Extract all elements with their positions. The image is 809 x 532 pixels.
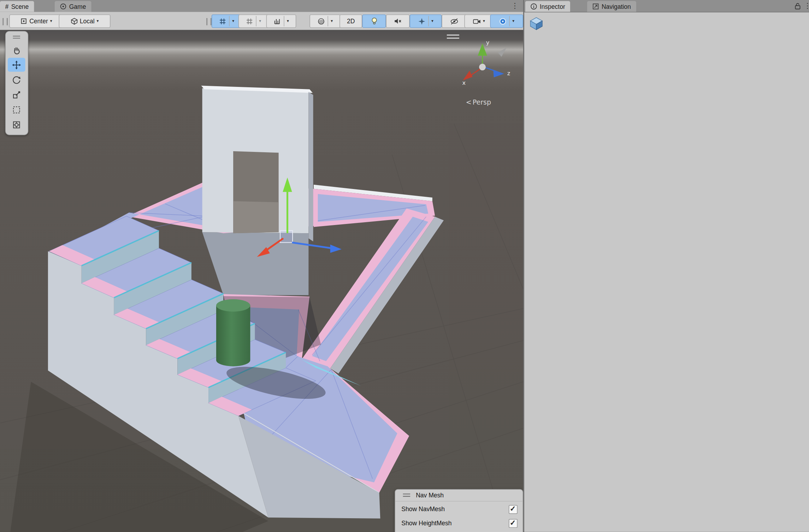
tab-game[interactable]: Game — [55, 1, 91, 12]
axis-y-cone[interactable] — [478, 43, 487, 56]
toolbar-drag-handle[interactable] — [2, 18, 8, 25]
unity-editor: # Scene Game ⋮ Center ▾ — [0, 0, 809, 532]
chevron-down-icon: ▾ — [483, 19, 485, 23]
tools-overlay — [5, 31, 29, 135]
divider — [509, 16, 509, 26]
navmesh-display-overlay: Nav Mesh Show NavMesh Show HeightMesh — [395, 489, 523, 532]
divider — [327, 16, 328, 26]
toolbar-drag-handle-2[interactable] — [206, 18, 212, 25]
info-icon — [530, 3, 537, 10]
axis-x-label: x — [462, 79, 466, 86]
inspector-tabbar: Inspector Navigation ⋮ — [524, 0, 809, 12]
move-tool[interactable] — [8, 58, 25, 72]
2d-label: 2D — [347, 18, 355, 25]
overlay-handle-icon — [402, 493, 411, 497]
show-heightmesh-label: Show HeightMesh — [401, 520, 451, 527]
scene-audio-button[interactable] — [386, 14, 409, 28]
transform-icon — [12, 120, 21, 129]
navmesh-overlay-header[interactable]: Nav Mesh — [395, 490, 523, 502]
tab-inspector-label: Inspector — [540, 3, 565, 10]
shaded-sphere-icon — [317, 17, 325, 25]
scene-grid-icon: # — [5, 3, 9, 10]
ramp-navmesh — [302, 208, 444, 373]
chevron-down-icon: ▾ — [331, 19, 333, 23]
grid-icon — [219, 17, 226, 25]
move-icon — [12, 60, 21, 69]
gizmos-dropdown[interactable]: ▾ — [490, 14, 523, 28]
axis-z-label: z — [507, 70, 510, 77]
chevron-down-icon: ▾ — [232, 19, 234, 23]
chevron-down-icon: ▾ — [259, 19, 261, 23]
eye-slash-icon — [450, 17, 459, 25]
tab-navigation[interactable]: Navigation — [587, 1, 636, 12]
divider — [256, 16, 256, 26]
tab-scene-label: Scene — [11, 3, 29, 10]
navmesh-overlay-title: Nav Mesh — [416, 492, 444, 499]
rotation-local-label: Local — [80, 18, 95, 25]
rotation-local-dropdown[interactable]: Local ▾ — [59, 14, 110, 28]
divider — [229, 16, 229, 26]
divider — [428, 16, 429, 26]
pivot-icon — [20, 18, 27, 25]
model-cube-icon — [529, 17, 543, 30]
chevron-down-icon: ▾ — [512, 19, 514, 23]
scene-camera-dropdown[interactable]: ▾ — [464, 14, 493, 28]
game-icon — [60, 3, 66, 10]
effects-dropdown[interactable]: ▾ — [410, 14, 442, 28]
scene-visibility-button[interactable] — [442, 14, 466, 28]
axis-z-cone[interactable] — [493, 70, 504, 77]
show-navmesh-checkbox[interactable] — [509, 505, 518, 514]
chevron-down-icon: ▾ — [50, 19, 52, 23]
persp-chevron-icon[interactable]: < — [466, 98, 472, 106]
tools-overlay-handle[interactable] — [8, 33, 25, 41]
inspector-panel: Inspector Navigation ⋮ Building B — [524, 0, 809, 532]
2d-toggle-button[interactable]: 2D — [339, 14, 362, 28]
lock-icon[interactable] — [795, 2, 801, 10]
tab-game-label: Game — [69, 3, 86, 10]
navigation-icon — [592, 3, 599, 10]
chevron-down-icon: ▾ — [287, 19, 289, 23]
axis-neg-cone[interactable] — [498, 47, 507, 57]
scene-tabbar: # Scene Game ⋮ — [0, 0, 523, 12]
rotate-icon — [12, 75, 21, 84]
scene-3d-render: y x z < Persp — [0, 30, 523, 532]
shading-mode-dropdown[interactable]: ▾ — [309, 14, 341, 28]
rotate-tool[interactable] — [8, 73, 25, 87]
pivot-center-dropdown[interactable]: Center ▾ — [9, 14, 63, 28]
scene-panel: # Scene Game ⋮ Center ▾ — [0, 0, 523, 532]
scene-viewport[interactable]: y x z < Persp — [0, 30, 523, 532]
pivot-center-label: Center — [29, 18, 48, 25]
persp-label[interactable]: Persp — [473, 98, 491, 106]
show-heightmesh-checkbox[interactable] — [509, 519, 518, 528]
doorway-wall — [201, 85, 313, 241]
chevron-down-icon: ▾ — [431, 19, 433, 23]
tab-navigation-label: Navigation — [602, 3, 631, 10]
snap-grid-icon — [246, 17, 253, 25]
scene-lighting-button[interactable] — [362, 14, 386, 28]
scene-toolbar: Center ▾ Local ▾ ▾ — [0, 12, 523, 31]
show-navmesh-label: Show NavMesh — [401, 506, 445, 513]
scale-icon — [12, 90, 21, 99]
snap-increment-dropdown[interactable]: ▾ — [266, 14, 296, 28]
hand-tool[interactable] — [8, 43, 25, 57]
light-bulb-icon — [370, 17, 378, 25]
hand-icon — [12, 45, 21, 54]
orientation-gizmo[interactable]: y x z — [462, 39, 510, 86]
local-cube-icon — [71, 18, 78, 25]
divider — [284, 16, 284, 26]
gizmo-z-arrow[interactable] — [330, 244, 342, 253]
scale-tool[interactable] — [8, 88, 25, 101]
rect-tool[interactable] — [8, 103, 25, 117]
tab-inspector[interactable]: Inspector — [525, 1, 571, 12]
scene-tab-menu-icon[interactable]: ⋮ — [511, 1, 518, 10]
camera-icon — [473, 18, 481, 24]
effects-star-icon — [418, 17, 426, 25]
tab-scene[interactable]: # Scene — [0, 1, 34, 12]
grid-visibility-dropdown[interactable]: ▾ — [212, 14, 242, 28]
overlay-collapsed-handle[interactable] — [447, 35, 459, 38]
grid-snap-dropdown[interactable]: ▾ — [238, 14, 268, 28]
inspector-menu-icon[interactable]: ⋮ — [804, 1, 809, 10]
audio-muted-icon — [394, 18, 402, 25]
transform-tool[interactable] — [8, 118, 25, 131]
chevron-down-icon: ▾ — [97, 19, 99, 23]
